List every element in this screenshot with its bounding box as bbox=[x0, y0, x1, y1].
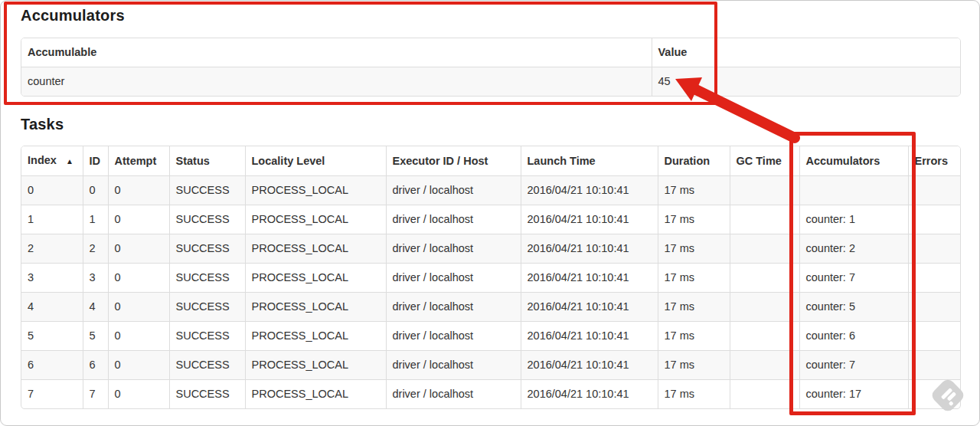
cell: PROCESS_LOCAL bbox=[245, 205, 386, 234]
cell bbox=[730, 234, 799, 264]
column-header-accumulable[interactable]: Accumulable bbox=[21, 38, 652, 67]
cell: 2016/04/21 10:10:41 bbox=[521, 176, 658, 205]
header-row: AccumulableValue bbox=[21, 38, 960, 67]
accumulators-section-title: Accumulators bbox=[21, 7, 125, 25]
column-header-label: ID bbox=[90, 155, 101, 167]
cell: 4 bbox=[83, 293, 108, 322]
cell: counter: 7 bbox=[799, 351, 908, 380]
cell: 45 bbox=[652, 67, 960, 97]
column-header-label: Locality Level bbox=[252, 155, 325, 167]
column-header-gc-time[interactable]: GC Time bbox=[730, 146, 799, 176]
column-header-label: Accumulators bbox=[806, 155, 880, 167]
cell bbox=[908, 380, 960, 409]
cell bbox=[730, 380, 799, 409]
cell: driver / localhost bbox=[386, 205, 521, 234]
cell bbox=[730, 264, 799, 293]
cell: PROCESS_LOCAL bbox=[245, 293, 386, 322]
cell: SUCCESS bbox=[169, 351, 245, 380]
column-header-value[interactable]: Value bbox=[652, 38, 960, 67]
cell bbox=[908, 293, 960, 322]
cell: 17 ms bbox=[658, 176, 730, 205]
cell: 2016/04/21 10:10:41 bbox=[521, 264, 658, 293]
accumulators-table: AccumulableValuecounter45 bbox=[21, 38, 960, 96]
cell: 2 bbox=[21, 234, 83, 264]
column-header-status[interactable]: Status bbox=[169, 146, 245, 176]
cell: 17 ms bbox=[658, 380, 730, 409]
cell bbox=[908, 351, 960, 380]
cell: 0 bbox=[108, 264, 169, 293]
column-header-index[interactable]: Index▲ bbox=[21, 146, 83, 176]
cell: 6 bbox=[83, 351, 108, 380]
column-header-label: GC Time bbox=[737, 155, 782, 167]
cell bbox=[908, 264, 960, 293]
column-header-label: Index bbox=[28, 154, 57, 166]
cell: 7 bbox=[21, 380, 83, 409]
cell: 0 bbox=[108, 293, 169, 322]
cell: 5 bbox=[83, 322, 108, 351]
tasks-table-container: Index▲IDAttemptStatusLocality LevelExecu… bbox=[21, 146, 961, 409]
cell: counter: 2 bbox=[799, 234, 908, 264]
cell: 5 bbox=[21, 322, 83, 351]
tasks-section-title: Tasks bbox=[21, 116, 64, 133]
sort-ascending-icon: ▲ bbox=[66, 157, 74, 165]
cell: counter: 5 bbox=[799, 293, 908, 322]
column-header-duration[interactable]: Duration bbox=[658, 146, 730, 176]
cell: 17 ms bbox=[658, 322, 730, 351]
column-header-launch-time[interactable]: Launch Time bbox=[521, 146, 658, 176]
table-row: 220SUCCESSPROCESS_LOCALdriver / localhos… bbox=[21, 234, 960, 264]
cell bbox=[908, 176, 960, 205]
column-header-attempt[interactable]: Attempt bbox=[108, 146, 169, 176]
table-row: 550SUCCESSPROCESS_LOCALdriver / localhos… bbox=[21, 322, 960, 351]
cell: SUCCESS bbox=[169, 322, 245, 351]
cell: counter: 7 bbox=[799, 264, 908, 293]
cell: driver / localhost bbox=[386, 351, 521, 380]
cell: PROCESS_LOCAL bbox=[245, 322, 386, 351]
cell: 0 bbox=[108, 380, 169, 409]
cell: 17 ms bbox=[658, 264, 730, 293]
header-row: Index▲IDAttemptStatusLocality LevelExecu… bbox=[21, 146, 960, 176]
cell: driver / localhost bbox=[386, 176, 521, 205]
cell: 0 bbox=[108, 322, 169, 351]
cell bbox=[799, 176, 908, 205]
cell: 17 ms bbox=[658, 293, 730, 322]
cell: 6 bbox=[21, 351, 83, 380]
cell: SUCCESS bbox=[169, 176, 245, 205]
cell: counter bbox=[21, 67, 652, 97]
cell: 0 bbox=[108, 234, 169, 264]
table-row: counter45 bbox=[21, 67, 960, 97]
table-row: 000SUCCESSPROCESS_LOCALdriver / localhos… bbox=[21, 176, 960, 205]
column-header-label: Status bbox=[176, 155, 210, 167]
cell: 0 bbox=[108, 176, 169, 205]
table-row: 330SUCCESSPROCESS_LOCALdriver / localhos… bbox=[21, 264, 960, 293]
column-header-label: Value bbox=[658, 46, 688, 58]
cell: 0 bbox=[108, 205, 169, 234]
cell: PROCESS_LOCAL bbox=[245, 234, 386, 264]
cell: driver / localhost bbox=[386, 322, 521, 351]
column-header-locality-level[interactable]: Locality Level bbox=[245, 146, 386, 176]
cell bbox=[908, 234, 960, 264]
cell: 0 bbox=[108, 351, 169, 380]
cell: 2016/04/21 10:10:41 bbox=[521, 380, 658, 409]
cell: counter: 6 bbox=[799, 322, 908, 351]
cell bbox=[730, 293, 799, 322]
cell: 17 ms bbox=[658, 351, 730, 380]
column-header-label: Errors bbox=[915, 155, 949, 167]
table-row: 660SUCCESSPROCESS_LOCALdriver / localhos… bbox=[21, 351, 960, 380]
cell: SUCCESS bbox=[169, 380, 245, 409]
column-header-id[interactable]: ID bbox=[83, 146, 108, 176]
cell: driver / localhost bbox=[386, 380, 521, 409]
cell: 2016/04/21 10:10:41 bbox=[521, 322, 658, 351]
tasks-table: Index▲IDAttemptStatusLocality LevelExecu… bbox=[21, 146, 960, 408]
cell: SUCCESS bbox=[169, 293, 245, 322]
column-header-accumulators[interactable]: Accumulators bbox=[799, 146, 908, 176]
column-header-executor-id-host[interactable]: Executor ID / Host bbox=[386, 146, 521, 176]
cell: PROCESS_LOCAL bbox=[245, 351, 386, 380]
column-header-label: Accumulable bbox=[28, 46, 96, 58]
cell bbox=[730, 351, 799, 380]
cell: PROCESS_LOCAL bbox=[245, 264, 386, 293]
cell: counter: 17 bbox=[799, 380, 908, 409]
cell: PROCESS_LOCAL bbox=[245, 176, 386, 205]
cell: counter: 1 bbox=[799, 205, 908, 234]
cell: 0 bbox=[83, 176, 108, 205]
column-header-errors[interactable]: Errors bbox=[908, 146, 960, 176]
